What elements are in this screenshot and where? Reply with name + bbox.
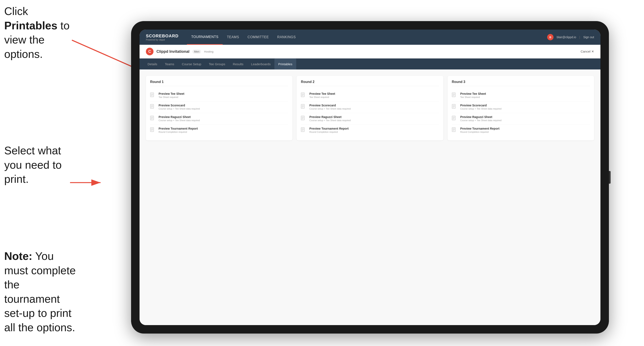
nav-teams[interactable]: TEAMS xyxy=(223,29,243,45)
round-2-title: Round 2 xyxy=(301,80,439,86)
r3-raguzzi-title: Preview Raguzzi Sheet xyxy=(460,115,590,119)
nav-tournaments[interactable]: TOURNAMENTS xyxy=(187,29,223,45)
r3-tee-sheet-text: Preview Tee Sheet Tee Sheet required xyxy=(460,92,590,98)
tournament-logo: C xyxy=(146,48,154,55)
r1-tee-sheet-text: Preview Tee Sheet Tee Sheet required xyxy=(158,92,288,98)
r1-tee-sheet-title: Preview Tee Sheet xyxy=(158,92,288,95)
r3-tournament-report-text: Preview Tournament Report Round Completi… xyxy=(460,127,590,133)
top-nav: SCOREBOARD Powered by clippd TOURNAMENTS… xyxy=(140,29,600,45)
sign-out-link[interactable]: Sign out xyxy=(583,35,594,39)
document-icon-3 xyxy=(150,116,156,122)
r1-scorecard[interactable]: Preview Scorecard Course setup + Tee She… xyxy=(150,102,288,113)
tablet-side-button xyxy=(609,171,610,184)
tab-teams[interactable]: Teams xyxy=(161,58,178,69)
r2-scorecard-sub: Course setup + Tee Sheet data required xyxy=(309,107,439,110)
r1-tee-sheet[interactable]: Preview Tee Sheet Tee Sheet required xyxy=(150,90,288,102)
tablet-screen: SCOREBOARD Powered by clippd TOURNAMENTS… xyxy=(140,29,600,325)
annotation-middle: Select what you need to print. xyxy=(4,144,76,186)
r2-raguzzi-title: Preview Raguzzi Sheet xyxy=(309,115,439,119)
r2-scorecard[interactable]: Preview Scorecard Course setup + Tee She… xyxy=(301,102,439,113)
nav-committee[interactable]: COMMITTEE xyxy=(243,29,273,45)
round-3-title: Round 3 xyxy=(452,80,590,86)
tablet-device: SCOREBOARD Powered by clippd TOURNAMENTS… xyxy=(131,21,609,334)
r1-tournament-report-title: Preview Tournament Report xyxy=(158,127,288,130)
r2-tournament-report[interactable]: Preview Tournament Report Round Completi… xyxy=(301,125,439,136)
round-1-section: Round 1 Preview Tee Sheet xyxy=(146,76,292,140)
tab-results[interactable]: Results xyxy=(229,58,247,69)
nav-separator: | xyxy=(579,35,580,39)
r2-doc-icon-1 xyxy=(301,92,307,99)
r3-raguzzi[interactable]: Preview Raguzzi Sheet Course setup + Tee… xyxy=(452,113,590,125)
r1-raguzzi-text: Preview Raguzzi Sheet Course setup + Tee… xyxy=(158,115,288,122)
r3-raguzzi-text: Preview Raguzzi Sheet Course setup + Tee… xyxy=(460,115,590,122)
document-icon xyxy=(150,92,156,99)
r2-doc-icon-4 xyxy=(301,127,307,134)
r1-raguzzi-title: Preview Raguzzi Sheet xyxy=(158,115,288,119)
r2-doc-icon-3 xyxy=(301,116,307,122)
r3-scorecard[interactable]: Preview Scorecard Course setup + Tee She… xyxy=(452,102,590,113)
tournament-badge: Men xyxy=(192,50,201,54)
r1-tournament-report[interactable]: Preview Tournament Report Round Completi… xyxy=(150,125,288,136)
r3-doc-icon-3 xyxy=(452,116,458,122)
tournament-name: Clippd Invitational xyxy=(156,49,190,54)
r2-tee-sheet-title: Preview Tee Sheet xyxy=(309,92,439,95)
round-3-section: Round 3 Preview Tee Sheet xyxy=(448,76,594,140)
scoreboard-logo: SCOREBOARD Powered by clippd xyxy=(146,33,178,41)
r2-tee-sheet-text: Preview Tee Sheet Tee Sheet required xyxy=(309,92,439,98)
r1-tournament-report-text: Preview Tournament Report Round Completi… xyxy=(158,127,288,133)
logo-title: SCOREBOARD xyxy=(146,33,178,38)
tab-tee-groups[interactable]: Tee Groups xyxy=(205,58,229,69)
annotation-top: Click Printables toview the options. xyxy=(4,4,76,61)
logo-sub: Powered by clippd xyxy=(146,38,178,41)
r3-tee-sheet[interactable]: Preview Tee Sheet Tee Sheet required xyxy=(452,90,590,102)
top-nav-right: B blair@clippd.io | Sign out xyxy=(547,34,594,40)
tab-leaderboards[interactable]: Leaderboards xyxy=(247,58,274,69)
r3-tournament-report-title: Preview Tournament Report xyxy=(460,127,590,130)
cancel-button[interactable]: Cancel ✕ xyxy=(580,50,594,53)
r3-scorecard-text: Preview Scorecard Course setup + Tee She… xyxy=(460,104,590,110)
r1-scorecard-text: Preview Scorecard Course setup + Tee She… xyxy=(158,104,288,110)
r3-scorecard-sub: Course setup + Tee Sheet data required xyxy=(460,107,590,110)
tournament-status: Hosting xyxy=(204,50,213,53)
r3-tee-sheet-title: Preview Tee Sheet xyxy=(460,92,590,95)
user-email: blair@clippd.io xyxy=(557,35,576,39)
r2-tournament-report-title: Preview Tournament Report xyxy=(309,127,439,130)
rounds-grid: Round 1 Preview Tee Sheet xyxy=(146,76,594,140)
r3-doc-icon-1 xyxy=(452,92,458,99)
document-icon-2 xyxy=(150,104,156,111)
r3-raguzzi-sub: Course setup + Tee Sheet data required xyxy=(460,119,590,122)
tab-printables[interactable]: Printables xyxy=(274,58,296,69)
r2-raguzzi-sub: Course setup + Tee Sheet data required xyxy=(309,119,439,122)
r1-tee-sheet-sub: Tee Sheet required xyxy=(158,96,288,98)
r3-scorecard-title: Preview Scorecard xyxy=(460,104,590,107)
tournament-info: C Clippd Invitational Men Hosting xyxy=(146,48,213,55)
tournament-header: C Clippd Invitational Men Hosting Cancel… xyxy=(140,45,600,58)
document-icon-4 xyxy=(150,127,156,134)
r3-tournament-report[interactable]: Preview Tournament Report Round Completi… xyxy=(452,125,590,136)
tab-details[interactable]: Details xyxy=(144,58,161,69)
main-content: Round 1 Preview Tee Sheet xyxy=(140,69,600,325)
r2-tournament-report-text: Preview Tournament Report Round Completi… xyxy=(309,127,439,133)
r2-scorecard-title: Preview Scorecard xyxy=(309,104,439,107)
r2-tee-sheet[interactable]: Preview Tee Sheet Tee Sheet required xyxy=(301,90,439,102)
r1-scorecard-sub: Course setup + Tee Sheet data required xyxy=(158,107,288,110)
annotation-bottom: Note: You must complete the tournament s… xyxy=(4,249,76,335)
r1-raguzzi[interactable]: Preview Raguzzi Sheet Course setup + Tee… xyxy=(150,113,288,125)
nav-rankings[interactable]: RANKINGS xyxy=(273,29,300,45)
user-avatar: B xyxy=(547,34,554,40)
r2-scorecard-text: Preview Scorecard Course setup + Tee She… xyxy=(309,104,439,110)
arrow-middle-icon xyxy=(68,175,106,190)
note-bold: Note: xyxy=(4,250,32,262)
tab-course-setup[interactable]: Course Setup xyxy=(178,58,205,69)
printables-bold: Printables xyxy=(4,19,57,32)
r3-doc-icon-2 xyxy=(452,104,458,111)
r2-raguzzi[interactable]: Preview Raguzzi Sheet Course setup + Tee… xyxy=(301,113,439,125)
r2-doc-icon-2 xyxy=(301,104,307,111)
round-2-section: Round 2 Preview Tee Sheet xyxy=(297,76,443,140)
r1-scorecard-title: Preview Scorecard xyxy=(158,104,288,107)
r2-raguzzi-text: Preview Raguzzi Sheet Course setup + Tee… xyxy=(309,115,439,122)
r3-tee-sheet-sub: Tee Sheet required xyxy=(460,96,590,98)
r1-tournament-report-sub: Round Completion required xyxy=(158,131,288,133)
r3-doc-icon-4 xyxy=(452,127,458,134)
r2-tournament-report-sub: Round Completion required xyxy=(309,131,439,133)
